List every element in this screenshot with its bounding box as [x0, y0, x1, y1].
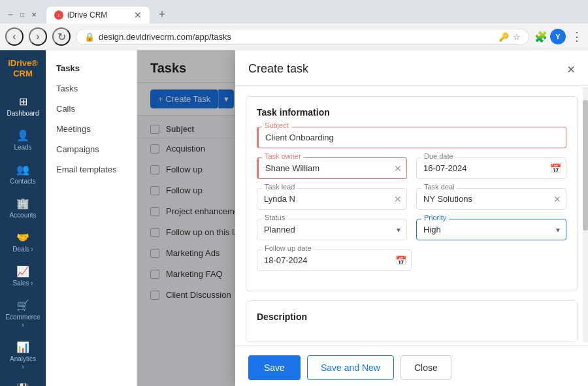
sidebar-item-dashboard[interactable]: ⊞ Dashboard	[4, 90, 42, 123]
task-owner-label: Task owner	[262, 152, 304, 160]
task-owner-input[interactable]	[257, 157, 407, 179]
followup-date-group: Follow up date 📅	[257, 249, 412, 271]
task-owner-input-wrapper: ✕	[257, 157, 407, 179]
due-date-input-wrapper: 📅	[416, 157, 566, 179]
close-modal-button[interactable]: Close	[400, 355, 451, 380]
priority-label: Priority	[421, 214, 449, 221]
sidebar-item-label: Leads	[14, 144, 31, 152]
task-deal-input-wrapper: ✕	[416, 188, 566, 210]
owner-duedate-row: Task owner ✕ Due date 📅	[257, 157, 566, 179]
key-icon: 🔑	[498, 32, 509, 42]
profile-button[interactable]: Y	[550, 29, 566, 44]
nav-item-tasks[interactable]: Tasks	[46, 78, 137, 99]
app-container: iDrive® CRM ⊞ Dashboard 👤 Leads 👥 Contac…	[0, 50, 588, 386]
task-deal-label: Task deal	[421, 183, 457, 191]
favicon-icon: i	[54, 10, 63, 20]
followup-date-label: Follow up date	[262, 244, 314, 252]
tab-title: iDrive CRM	[67, 10, 107, 20]
app-logo: iDrive® CRM	[5, 58, 41, 78]
priority-select-wrapper: High Medium Low	[416, 219, 566, 240]
subject-field-group: Subject	[257, 127, 566, 148]
dashboard-icon: ⊞	[19, 95, 27, 108]
url-bar[interactable]: 🔒 design.devidrivecrm.com/app/tasks 🔑 ☆	[76, 29, 529, 45]
bookmark-icon[interactable]: ☆	[513, 32, 521, 42]
task-owner-clear-button[interactable]: ✕	[394, 163, 402, 174]
modal-body: Task information Subject Task owner	[235, 86, 588, 346]
due-date-input[interactable]	[416, 157, 566, 179]
tab-close-icon[interactable]: ✕	[134, 10, 142, 20]
secondary-nav-title: Tasks	[46, 58, 137, 78]
back-button[interactable]: ‹	[5, 27, 24, 46]
status-group: Status Planned In Progress Completed	[257, 219, 407, 240]
scrollbar-thumb	[583, 100, 588, 231]
save-button[interactable]: Save	[248, 355, 301, 380]
accounts-icon: 🏢	[16, 197, 29, 210]
modal-title: Create task	[248, 62, 308, 76]
task-information-section: Task information Subject Task owner	[246, 96, 578, 291]
new-tab-button[interactable]: +	[153, 5, 171, 24]
logo-text: iDrive® CRM	[8, 58, 38, 78]
task-lead-input-wrapper: ✕	[257, 188, 407, 210]
nav-item-meetings[interactable]: Meetings	[46, 119, 137, 139]
extensions-icon[interactable]: 🧩	[534, 31, 547, 43]
sidebar-item-sales[interactable]: 📈 Sales ›	[4, 260, 42, 293]
leads-icon: 👤	[16, 129, 29, 142]
browser-tab[interactable]: i iDrive CRM ✕	[46, 6, 150, 24]
reload-button[interactable]: ↻	[52, 27, 71, 46]
task-owner-group: Task owner ✕	[257, 157, 407, 179]
sidebar-item-data-migration[interactable]: 💾 Data Migration	[4, 378, 42, 386]
sidebar-item-label: Accounts	[9, 212, 36, 219]
followup-date-input[interactable]	[257, 249, 412, 271]
tab-bar: i iDrive CRM ✕ +	[46, 5, 171, 24]
sidebar-item-label: Contacts	[10, 178, 35, 185]
secondary-nav: Tasks Tasks Calls Meetings Campaigns Ema…	[46, 50, 137, 386]
modal-footer: Save Save and New Close	[235, 346, 588, 386]
modal-close-button[interactable]: ×	[567, 63, 575, 76]
subject-input[interactable]	[257, 127, 566, 148]
modal-scrollbar[interactable]	[583, 87, 588, 342]
task-info-section-title: Task information	[257, 107, 566, 118]
followup-row: Follow up date 📅	[257, 249, 566, 271]
sidebar: iDrive® CRM ⊞ Dashboard 👤 Leads 👥 Contac…	[0, 50, 46, 386]
contacts-icon: 👥	[16, 163, 29, 176]
priority-select[interactable]: High Medium Low	[416, 219, 566, 240]
followup-date-calendar-button[interactable]: 📅	[395, 255, 406, 266]
browser-actions: 🧩 Y ⋮	[534, 29, 583, 44]
sidebar-item-leads[interactable]: 👤 Leads	[4, 124, 42, 157]
url-text: design.devidrivecrm.com/app/tasks	[99, 32, 495, 42]
nav-item-campaigns[interactable]: Campaigns	[46, 139, 137, 159]
description-section-title: Description	[257, 312, 566, 322]
create-task-modal: Create task × Task information Subject	[235, 50, 588, 386]
sidebar-item-accounts[interactable]: 🏢 Accounts	[4, 192, 42, 225]
menu-icon[interactable]: ⋮	[571, 29, 583, 44]
sidebar-item-deals[interactable]: 🤝 Deals ›	[4, 226, 42, 259]
sidebar-item-label: Dashboard	[7, 110, 39, 118]
description-section: Description	[246, 300, 578, 342]
sidebar-item-label: Deals ›	[12, 246, 33, 253]
task-lead-input[interactable]	[257, 188, 407, 210]
sidebar-item-ecommerce[interactable]: 🛒 Ecommerce ›	[4, 294, 42, 334]
close-button[interactable]: ✕	[29, 9, 39, 20]
address-bar: ‹ › ↻ 🔒 design.devidrivecrm.com/app/task…	[0, 24, 588, 50]
sidebar-item-contacts[interactable]: 👥 Contacts	[4, 158, 42, 191]
nav-item-email-templates[interactable]: Email templates	[46, 159, 137, 180]
task-lead-clear-button[interactable]: ✕	[394, 194, 402, 204]
subject-row: Subject	[257, 127, 566, 148]
nav-item-calls[interactable]: Calls	[46, 99, 137, 119]
save-and-new-button[interactable]: Save and New	[307, 355, 394, 380]
forward-button[interactable]: ›	[29, 27, 47, 46]
lead-deal-row: Task lead ✕ Task deal ✕	[257, 188, 566, 210]
minimize-button[interactable]: ─	[5, 9, 16, 20]
maximize-button[interactable]: □	[17, 9, 27, 20]
due-date-label: Due date	[421, 152, 456, 160]
main-content: Tasks + Create Task ▾ Subject Acquistion	[137, 50, 588, 386]
url-icons: 🔑 ☆	[498, 32, 521, 42]
window-controls: ─ □ ✕	[5, 9, 39, 20]
sidebar-item-label: Ecommerce ›	[5, 314, 40, 329]
task-deal-clear-button[interactable]: ✕	[553, 194, 561, 204]
due-date-calendar-button[interactable]: 📅	[550, 163, 561, 174]
sidebar-item-label: Analytics ›	[8, 355, 38, 371]
status-select[interactable]: Planned In Progress Completed	[257, 219, 407, 240]
sidebar-item-analytics[interactable]: 📊 Analytics ›	[4, 336, 42, 376]
task-deal-input[interactable]	[416, 188, 566, 210]
